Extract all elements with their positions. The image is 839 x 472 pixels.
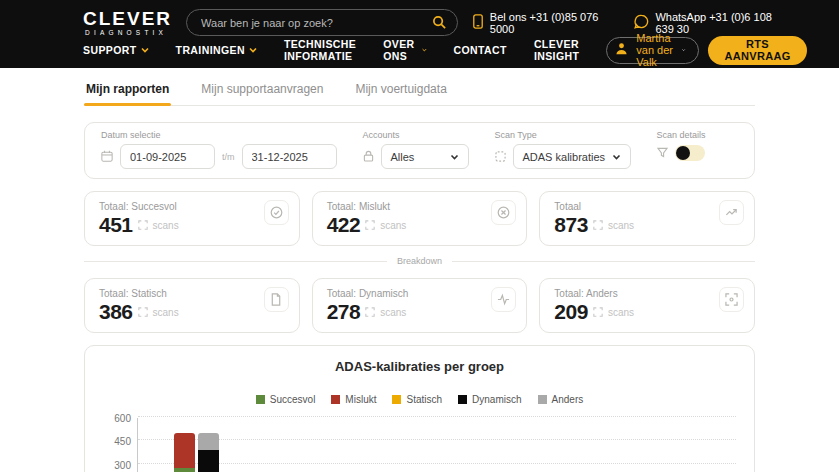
contact-links: Bel ons +31 (0)85 076 5000 WhatsApp +31 … [472, 11, 791, 35]
scan-details-toggle[interactable] [675, 145, 705, 161]
nav-label: CONTACT [454, 44, 507, 56]
scan-icon [138, 303, 148, 321]
stat-unit: scans [608, 307, 634, 318]
legend-swatch [458, 395, 467, 404]
legend-label: Succesvol [270, 394, 316, 405]
scan-details-label: Scan details [657, 130, 706, 140]
stat-card-mislukt: Totaal: Mislukt 422 scans [312, 191, 528, 246]
accounts-select[interactable]: Alles [381, 144, 469, 169]
scan-type-filter-label: Scan Type [495, 130, 631, 140]
calendar-icon [101, 148, 113, 166]
search-icon[interactable] [432, 15, 447, 34]
funnel-icon [657, 144, 668, 162]
legend-swatch [538, 395, 547, 404]
lock-icon [363, 148, 374, 166]
user-menu[interactable]: Martha van der Valk [606, 37, 698, 64]
stat-value: 451 [99, 213, 133, 237]
scan-icon [138, 216, 148, 234]
bar-groups [138, 418, 736, 472]
legend-item-dynamisch: Dynamisch [458, 394, 521, 405]
scan-details-filter: Scan details [657, 130, 706, 169]
stat-unit: scans [380, 220, 406, 231]
main-content: Mijn rapporten Mijn supportaanvragen Mij… [0, 68, 839, 472]
nav-trainingen[interactable]: TRAININGEN [176, 44, 257, 56]
accounts-filter: Accounts Alles [363, 130, 469, 169]
user-icon [614, 41, 629, 60]
whatsapp-icon [634, 14, 649, 31]
stat-label: Totaal: Mislukt [327, 201, 513, 212]
tab-mijn-rapporten[interactable]: Mijn rapporten [84, 77, 171, 105]
nav-over-ons[interactable]: OVER ONS [383, 38, 426, 62]
chart-title: ADAS-kalibraties per groep [103, 359, 736, 374]
nav-label: SUPPORT [83, 44, 137, 56]
stacked-bar [198, 433, 219, 472]
bar-group-1 [174, 433, 219, 472]
scan-type-filter: Scan Type ADAS kalibraties [495, 130, 631, 169]
scan-icon [365, 216, 375, 234]
stats-row-1: Totaal: Succesvol 451 scans Totaal: Misl… [84, 191, 755, 246]
phone-icon [472, 14, 484, 31]
bar-segment-dynamisch [198, 450, 219, 472]
logo-subtitle: DIAGNOSTIX [83, 30, 172, 37]
stat-card-totaal: Totaal 873 scans [539, 191, 755, 246]
scan-icon [593, 216, 603, 234]
stat-unit: scans [153, 307, 179, 318]
logo-title: CLEVER [83, 9, 172, 28]
rts-aanvraag-button[interactable]: RTS AANVRAAG [708, 36, 808, 65]
chevron-down-icon [612, 154, 621, 160]
chart-card: ADAS-kalibraties per groep SuccesvolMisl… [84, 345, 755, 472]
nav-technische-informatie[interactable]: TECHNISCHE INFORMATIE [284, 38, 356, 62]
breakdown-divider: Breakdown [84, 256, 755, 266]
date-filter-label: Datum selectie [101, 130, 337, 140]
search-input[interactable] [186, 9, 458, 36]
stat-label: Totaal: Dynamisch [327, 288, 513, 299]
accounts-filter-label: Accounts [363, 130, 469, 140]
phone-contact[interactable]: Bel ons +31 (0)85 076 5000 [472, 11, 611, 35]
date-from-input[interactable] [120, 144, 215, 169]
y-axis-label: 450 [114, 436, 131, 447]
y-axis: 0150300450600 [103, 418, 137, 472]
chart-plot: 0150300450600 [103, 418, 736, 472]
stats-row-2: Totaal: Statisch 386 scans Totaal: Dynam… [84, 278, 755, 333]
breakdown-label: Breakdown [397, 256, 442, 266]
scan-frame-icon [495, 148, 506, 166]
date-to-input[interactable] [242, 144, 337, 169]
main-nav: SUPPORT TRAININGEN TECHNISCHE INFORMATIE… [83, 38, 791, 62]
stat-label: Totaal: Anders [554, 288, 740, 299]
stat-label: Totaal: Statisch [99, 288, 285, 299]
legend-item-succesvol: Succesvol [256, 394, 316, 405]
bar-segment-mislukt [174, 433, 195, 469]
legend-item-anders: Anders [538, 394, 584, 405]
stat-card-anders: Totaal: Anders 209 scans [539, 278, 755, 333]
chevron-down-icon [141, 47, 149, 53]
stat-label: Totaal: Succesvol [99, 201, 285, 212]
nav-clever-insight[interactable]: CLEVER INSIGHT [534, 38, 579, 62]
nav-support[interactable]: SUPPORT [83, 44, 149, 56]
toggle-knob [676, 146, 690, 160]
whatsapp-contact[interactable]: WhatsApp +31 (0)6 108 639 30 [634, 11, 791, 35]
scan-icon [365, 303, 375, 321]
x-circle-icon [491, 200, 516, 225]
legend-label: Anders [552, 394, 584, 405]
logo[interactable]: CLEVER DIAGNOSTIX [83, 9, 172, 37]
stat-card-succesvol: Totaal: Succesvol 451 scans [84, 191, 300, 246]
chevron-down-icon [450, 154, 459, 160]
user-name: Martha van der Valk [636, 32, 675, 68]
stacked-bar [174, 433, 195, 472]
stat-unit: scans [380, 307, 406, 318]
y-axis-label: 300 [114, 459, 131, 470]
nav-label: TRAININGEN [176, 44, 245, 56]
tab-mijn-voertuigdata[interactable]: Mijn voertuigdata [353, 77, 448, 105]
tabs: Mijn rapporten Mijn supportaanvragen Mij… [84, 68, 755, 106]
legend-swatch [256, 395, 265, 404]
legend-label: Dynamisch [472, 394, 521, 405]
chevron-down-icon [682, 47, 685, 53]
activity-icon [491, 287, 516, 312]
tab-mijn-supportaanvragen[interactable]: Mijn supportaanvragen [199, 77, 325, 105]
scan-type-select-value: ADAS kalibraties [523, 151, 606, 163]
nav-contact[interactable]: CONTACT [454, 44, 507, 56]
scan-type-select[interactable]: ADAS kalibraties [513, 144, 631, 169]
legend-item-mislukt: Mislukt [331, 394, 376, 405]
bar-segment-anders [198, 433, 219, 450]
whatsapp-label: WhatsApp +31 (0)6 108 639 30 [655, 11, 791, 35]
